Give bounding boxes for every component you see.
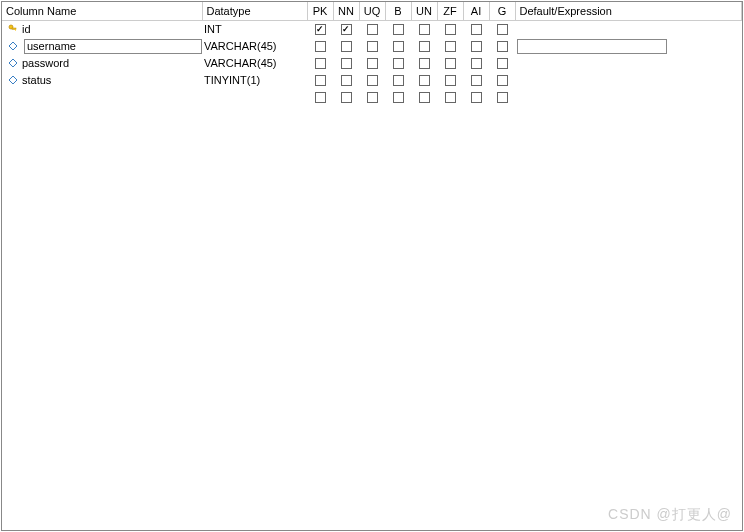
zf-checkbox[interactable] <box>445 24 456 35</box>
datatype-cell[interactable] <box>202 89 307 106</box>
table-row[interactable]: VARCHAR(45) <box>2 38 742 55</box>
nn-checkbox[interactable] <box>341 75 352 86</box>
uq-checkbox[interactable] <box>367 75 378 86</box>
uq-checkbox[interactable] <box>367 24 378 35</box>
header-ai[interactable]: AI <box>463 2 489 20</box>
header-nn[interactable]: NN <box>333 2 359 20</box>
table-row[interactable] <box>2 89 742 106</box>
un-checkbox[interactable] <box>419 58 430 69</box>
header-zf[interactable]: ZF <box>437 2 463 20</box>
uq-checkbox[interactable] <box>367 58 378 69</box>
header-g[interactable]: G <box>489 2 515 20</box>
default-cell[interactable] <box>515 20 742 38</box>
g-checkbox[interactable] <box>497 75 508 86</box>
header-uq[interactable]: UQ <box>359 2 385 20</box>
header-row: Column Name Datatype PK NN UQ B UN ZF AI… <box>2 2 742 20</box>
b-checkbox[interactable] <box>393 92 404 103</box>
uq-checkbox[interactable] <box>367 41 378 52</box>
un-checkbox[interactable] <box>419 24 430 35</box>
header-default[interactable]: Default/Expression <box>515 2 742 20</box>
default-input[interactable] <box>517 39 667 54</box>
ai-checkbox[interactable] <box>471 92 482 103</box>
svg-rect-2 <box>15 29 16 31</box>
zf-checkbox[interactable] <box>445 92 456 103</box>
column-name-label: id <box>22 23 31 35</box>
nn-checkbox[interactable] <box>341 92 352 103</box>
default-cell[interactable] <box>515 55 742 72</box>
nn-checkbox[interactable] <box>341 41 352 52</box>
header-column-name[interactable]: Column Name <box>2 2 202 20</box>
nn-checkbox[interactable] <box>341 58 352 69</box>
b-checkbox[interactable] <box>393 41 404 52</box>
default-cell[interactable] <box>515 89 742 106</box>
table-row[interactable]: statusTINYINT(1) <box>2 72 742 89</box>
ai-checkbox[interactable] <box>471 75 482 86</box>
pk-checkbox[interactable] <box>315 24 326 35</box>
default-cell[interactable] <box>515 38 742 55</box>
pk-checkbox[interactable] <box>315 92 326 103</box>
column-name-input[interactable] <box>24 39 202 54</box>
key-icon <box>8 24 18 34</box>
b-checkbox[interactable] <box>393 75 404 86</box>
diamond-icon <box>8 58 18 68</box>
ai-checkbox[interactable] <box>471 41 482 52</box>
datatype-cell[interactable]: VARCHAR(45) <box>202 55 307 72</box>
zf-checkbox[interactable] <box>445 58 456 69</box>
g-checkbox[interactable] <box>497 58 508 69</box>
columns-table: Column Name Datatype PK NN UQ B UN ZF AI… <box>2 2 742 106</box>
pk-checkbox[interactable] <box>315 58 326 69</box>
header-b[interactable]: B <box>385 2 411 20</box>
un-checkbox[interactable] <box>419 41 430 52</box>
zf-checkbox[interactable] <box>445 75 456 86</box>
uq-checkbox[interactable] <box>367 92 378 103</box>
column-name-label: password <box>22 57 69 69</box>
column-name-label: status <box>22 74 51 86</box>
header-datatype[interactable]: Datatype <box>202 2 307 20</box>
un-checkbox[interactable] <box>419 75 430 86</box>
table-row[interactable]: passwordVARCHAR(45) <box>2 55 742 72</box>
diamond-icon <box>8 41 18 51</box>
datatype-cell[interactable]: VARCHAR(45) <box>202 38 307 55</box>
default-cell[interactable] <box>515 72 742 89</box>
g-checkbox[interactable] <box>497 24 508 35</box>
pk-checkbox[interactable] <box>315 41 326 52</box>
un-checkbox[interactable] <box>419 92 430 103</box>
table-row[interactable]: idINT <box>2 20 742 38</box>
g-checkbox[interactable] <box>497 92 508 103</box>
pk-checkbox[interactable] <box>315 75 326 86</box>
b-checkbox[interactable] <box>393 24 404 35</box>
ai-checkbox[interactable] <box>471 24 482 35</box>
ai-checkbox[interactable] <box>471 58 482 69</box>
g-checkbox[interactable] <box>497 41 508 52</box>
header-pk[interactable]: PK <box>307 2 333 20</box>
header-un[interactable]: UN <box>411 2 437 20</box>
blank-icon <box>8 92 18 102</box>
datatype-cell[interactable]: INT <box>202 20 307 38</box>
datatype-cell[interactable]: TINYINT(1) <box>202 72 307 89</box>
diamond-icon <box>8 75 18 85</box>
zf-checkbox[interactable] <box>445 41 456 52</box>
b-checkbox[interactable] <box>393 58 404 69</box>
nn-checkbox[interactable] <box>341 24 352 35</box>
